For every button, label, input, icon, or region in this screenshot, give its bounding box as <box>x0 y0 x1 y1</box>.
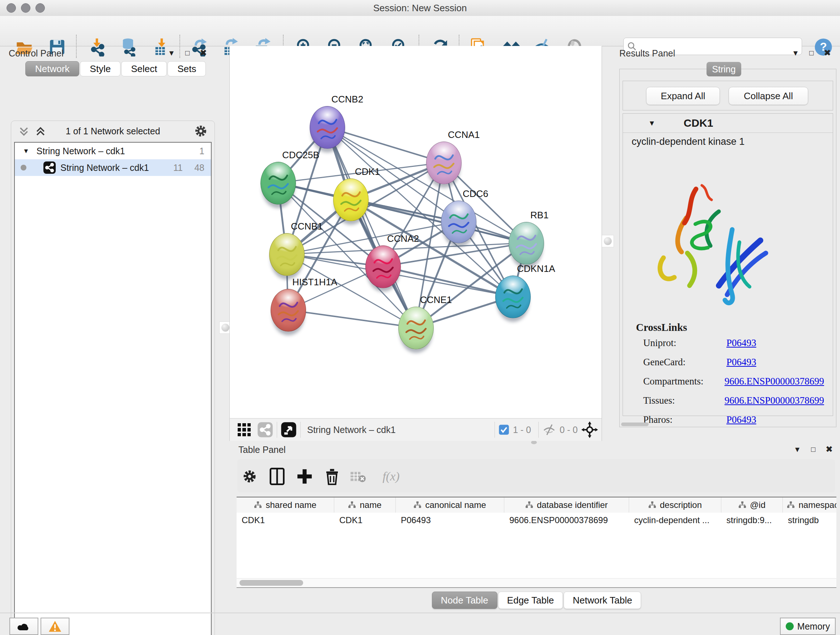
delete-table-button <box>348 466 368 486</box>
share-view-icon[interactable] <box>257 422 273 438</box>
crosslink-label: Pharos: <box>643 414 726 425</box>
table-cell[interactable]: CDK1 <box>334 513 396 528</box>
table-panel-close-icon[interactable]: ✖ <box>824 444 835 455</box>
column-header-description[interactable]: description <box>629 497 722 513</box>
footer-separator <box>277 422 277 438</box>
tab-string[interactable]: String <box>706 62 741 76</box>
zoom-window-button[interactable] <box>35 3 45 13</box>
node-CCNB2[interactable] <box>309 106 345 149</box>
create-column-button[interactable] <box>294 466 315 486</box>
node-CDC25B[interactable] <box>261 162 296 204</box>
results-panel-float-icon[interactable]: □ <box>806 48 817 58</box>
column-type-icon <box>525 501 533 509</box>
tree-expander-icon[interactable]: ▼ <box>23 147 29 155</box>
tab-sets[interactable]: Sets <box>167 61 206 76</box>
tab-style[interactable]: Style <box>80 61 120 76</box>
footer-separator <box>300 422 301 438</box>
results-hscrollbar-thumb[interactable] <box>621 423 649 426</box>
network-row[interactable]: String Network – cdk1 11 48 <box>15 159 211 176</box>
cloud-button[interactable] <box>9 618 38 635</box>
gear-icon[interactable] <box>194 124 208 138</box>
network-share-icon <box>43 161 56 174</box>
node-CDKN1A[interactable] <box>495 276 531 318</box>
main-toolbar: ? <box>0 16 840 46</box>
node-HIST1H1A[interactable] <box>271 289 306 332</box>
grid-view-icon[interactable] <box>236 422 252 438</box>
crosslink-link[interactable]: 9606.ENSP00000378699 <box>725 395 824 406</box>
node-RB1[interactable] <box>508 222 544 264</box>
table-hscrollbar-thumb[interactable] <box>240 580 303 586</box>
node-CDC6[interactable] <box>441 201 477 243</box>
gene-expander-icon[interactable]: ▼ <box>648 119 655 127</box>
table-settings-button[interactable] <box>240 466 260 486</box>
node-structure-icon <box>261 162 295 204</box>
table-cell[interactable]: CDK1 <box>237 513 334 528</box>
node-CCNB1[interactable] <box>269 233 305 276</box>
control-panel-title: Control Panel <box>9 48 63 59</box>
network-collection-row[interactable]: ▼ String Network – cdk1 1 <box>15 143 211 159</box>
pan-crosshair-icon[interactable] <box>581 421 598 438</box>
table-row[interactable]: CDK1CDK1P064939606.ENSP00000378699cyclin… <box>237 513 836 528</box>
table-panel-menu-icon[interactable]: ▾ <box>792 444 803 455</box>
table-hscrollbar-track[interactable] <box>237 578 836 587</box>
collection-label: String Network – cdk1 <box>36 146 125 157</box>
column-header-label: @id <box>750 500 766 510</box>
column-type-icon <box>254 501 262 509</box>
column-header-@id[interactable]: @id <box>722 497 783 513</box>
control-panel-close-icon[interactable]: ✖ <box>198 48 209 58</box>
crosslink-label: Tissues: <box>643 395 725 406</box>
column-header-name[interactable]: name <box>334 497 396 513</box>
crosslink-link[interactable]: P06493 <box>726 356 756 368</box>
results-panel-menu-icon[interactable]: ▾ <box>790 48 801 58</box>
crosslink-row: GeneCard:P06493 <box>643 356 824 368</box>
table-cell[interactable]: stringdb:9... <box>722 513 783 528</box>
node-label-CCNA2: CCNA2 <box>387 233 419 244</box>
network-canvas[interactable]: CCNB2CCNA1CDC25BCDK1CDC6RB1CCNB1CCNA2CDK… <box>229 46 602 418</box>
crosslink-link[interactable]: P06493 <box>726 337 756 348</box>
table-panel-float-icon[interactable]: □ <box>808 444 819 455</box>
column-header-database-identifier[interactable]: database identifier <box>504 497 629 513</box>
footer-separator <box>494 422 495 438</box>
gene-card-header[interactable]: ▼ CDK1 <box>623 114 833 133</box>
column-header-canonical-name[interactable]: canonical name <box>396 497 504 513</box>
node-count: 11 <box>173 163 183 173</box>
node-CDK1[interactable] <box>333 179 369 221</box>
collapse-all-button[interactable]: Collapse All <box>729 87 808 105</box>
node-CCNA1[interactable] <box>426 141 462 184</box>
table-cell[interactable]: 9606.ENSP00000378699 <box>504 513 629 528</box>
birds-eye-view-icon[interactable] <box>281 422 297 438</box>
network-label: String Network – cdk1 <box>60 163 149 173</box>
crosslink-link[interactable]: P06493 <box>726 414 756 425</box>
edge-CCNB2-CCNE1[interactable] <box>327 127 416 328</box>
node-CCNA2[interactable] <box>365 245 401 288</box>
minimize-window-button[interactable] <box>21 3 30 13</box>
table-cell[interactable]: cyclin-dependent ... <box>629 513 722 528</box>
node-label-CCNB2: CCNB2 <box>332 94 363 105</box>
edge-HIST1H1A-CCNE1[interactable] <box>288 310 416 328</box>
tab-node-table[interactable]: Node Table <box>432 592 497 609</box>
tab-edge-table[interactable]: Edge Table <box>498 592 563 609</box>
column-header-shared-name[interactable]: shared name <box>237 497 334 513</box>
node-CCNE1[interactable] <box>398 307 434 349</box>
tab-network[interactable]: Network <box>25 61 79 76</box>
table-panel-title: Table Panel <box>238 445 286 455</box>
results-panel-close-icon[interactable]: ✖ <box>822 48 833 58</box>
warning-button[interactable] <box>41 618 69 635</box>
crosslink-link[interactable]: 9606.ENSP00000378699 <box>725 376 824 387</box>
selected-checkbox-icon[interactable] <box>499 424 509 435</box>
table-cell[interactable]: P06493 <box>396 513 504 528</box>
edge-CCNA2-CDKN1A[interactable] <box>383 266 513 296</box>
show-columns-button[interactable] <box>267 466 287 486</box>
control-panel-menu-icon[interactable]: ▾ <box>166 48 177 58</box>
tab-select[interactable]: Select <box>121 61 167 76</box>
table-cell[interactable]: stringdb <box>783 513 836 528</box>
memory-button[interactable]: Memory <box>780 618 836 635</box>
control-panel-float-icon[interactable]: □ <box>182 48 193 58</box>
close-window-button[interactable] <box>6 3 16 13</box>
tab-network-table[interactable]: Network Table <box>564 592 641 609</box>
node-structure-icon <box>399 307 433 349</box>
delete-column-button[interactable] <box>322 466 342 486</box>
right-splitter-handle[interactable] <box>602 235 614 247</box>
column-header-namespace[interactable]: namespace <box>783 497 836 513</box>
expand-all-button[interactable]: Expand All <box>646 87 720 105</box>
